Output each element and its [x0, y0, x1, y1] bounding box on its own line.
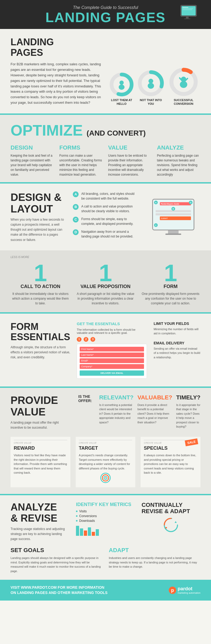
- landing-right: LOST THEM AT HELLO NOT THAT INTO YOU: [108, 37, 200, 106]
- value-section: PROVIDE VALUE A landing page must offer …: [0, 388, 211, 494]
- monitor-screen: A D Pardot Buyers Guide B C SUBMIT: [153, 200, 194, 230]
- value-card-reward-label: CREATE VALUE: [14, 440, 67, 444]
- value-card-reward-body: Visitors need to feel like they have mad…: [14, 453, 67, 475]
- pardot-brand: p pardot marketing automation: [169, 586, 200, 594]
- metric-dot-downloads: [76, 520, 78, 522]
- optimize-col-forms-heading: FORMS: [59, 144, 103, 151]
- donut-lost-label: LOST THEM AT HELLO: [108, 98, 135, 105]
- value-bottom: CREATE VALUE REWARD Visitors need to fee…: [11, 437, 200, 487]
- badge-c: C: [154, 223, 158, 227]
- analyze-right: CONTINUALLY REVISE & ADAPT: [142, 502, 200, 542]
- analyze-adapt-heading: ADAPT: [109, 547, 201, 554]
- form-field-company: Company*: [80, 364, 144, 369]
- footer-line1: VISIT WWW.PARDOT.COM FOR MORE INFORMATIO…: [11, 585, 108, 590]
- landing-body: For B2B marketers with long, complex sal…: [11, 62, 103, 105]
- lessmore-number-3: 1: [141, 262, 200, 284]
- metric-downloads: Downloads: [76, 519, 135, 523]
- optimize-title-row: OPTIMIZE (AND CONVERT): [11, 121, 200, 139]
- design-point-d: D Navigation away from or around a landi…: [73, 229, 138, 239]
- analyze-adapt-body: Industries and users are constantly chan…: [109, 556, 201, 569]
- form-tip-limit: LIMIT YOUR FIELDS Minimizing the number …: [154, 321, 200, 336]
- svg-point-10: [119, 85, 124, 90]
- form-tip-email: EMAIL DELIVERY Sending an offer via emai…: [154, 341, 200, 360]
- design-point-c-letter: C: [73, 217, 79, 222]
- footer-line2: ON LANDING PAGES AND OTHER MARKETING TOO…: [11, 590, 108, 596]
- design-point-a-letter: A: [73, 191, 79, 197]
- header-title: LANDING PAGES: [11, 10, 200, 25]
- optimize-col-analyze-heading: ANALYZE: [157, 144, 200, 151]
- value-valuable-body: Does it provide a direct benefit to a po…: [137, 403, 172, 425]
- donut-success-label: SUCCESSFUL CONVERSION: [167, 98, 200, 105]
- donut-notinto-label: NOT THAT INTO YOU: [138, 98, 164, 105]
- footer: VISIT WWW.PARDOT.COM FOR MORE INFORMATIO…: [0, 580, 211, 601]
- analyze-metrics-heading: IDENTIFY KEY METRICS: [76, 502, 135, 507]
- form-mockup: First Name* Last Name* Email* Company* D…: [77, 344, 147, 379]
- design-point-b-letter: B: [73, 204, 79, 210]
- value-card-target: CREATE VALUE TARGET A prospect's needs c…: [76, 437, 136, 487]
- value-card-specials: CREATE VALUE SPECIALS It always comes do…: [141, 437, 200, 487]
- design-point-c-text: Forms should be simple, easy to complete…: [81, 217, 138, 226]
- badge-b: B: [171, 207, 175, 211]
- form-heading: FORM ESSENTIALS: [11, 321, 70, 342]
- lessmore-col-value: 1 VALUE PROPOSITION A short paragraph or…: [76, 262, 136, 306]
- metric-conversions: Conversions: [76, 514, 135, 518]
- form-left: FORM ESSENTIALS Although simple, the str…: [11, 321, 70, 379]
- analyze-body: Tracking usage statistics and adjusting …: [11, 527, 69, 542]
- optimize-subtitle: (AND CONVERT): [87, 129, 146, 137]
- analyze-set-goals: SET GOALS Landing pages should always be…: [11, 547, 102, 573]
- lessmore-body-cta: It should be immediately clear to visito…: [11, 291, 70, 306]
- optimize-col-forms-body: Forms can make a user uncomfortable. Cre…: [59, 153, 103, 177]
- analyze-bottom: SET GOALS Landing pages should always be…: [11, 547, 200, 573]
- value-card-reward-heading: REWARD: [14, 445, 67, 451]
- value-card-specials-body: It always comes down to the bottom line,…: [144, 453, 197, 475]
- pardot-sub: marketing automation: [178, 592, 200, 594]
- lessmore-cols: 1 CALL TO ACTION It should be immediatel…: [11, 262, 200, 306]
- chart-bar-2: [80, 528, 83, 536]
- badge-d: D: [189, 201, 193, 204]
- design-point-a-text: All branding, colors, and styles should …: [81, 191, 138, 201]
- screen-cta: SUBMIT: [160, 216, 191, 220]
- landing-heading: LANDING PAGES: [11, 37, 103, 58]
- svg-point-13: [148, 79, 153, 83]
- optimize-cols: DESIGN Keeping the look and feel of a la…: [11, 144, 200, 177]
- form-middle: GET THE ESSENTIALS The information colle…: [77, 321, 147, 379]
- design-section: DESIGN & LAYOUT When you only have a few…: [0, 184, 211, 250]
- value-question-valuable: VALUABLE? Does it provide a direct benef…: [137, 394, 172, 430]
- design-point-b: B A call to action and value proposition…: [73, 204, 138, 214]
- design-heading: DESIGN & LAYOUT: [11, 191, 65, 215]
- metrics-chart: [76, 525, 135, 536]
- form-essentials-body: The information collected by a form shou…: [77, 328, 147, 334]
- design-body: When you only have a few seconds to capt…: [11, 217, 65, 242]
- value-body: A landing page must offer the right ince…: [11, 420, 72, 430]
- value-offer-label: IS THE OFFER:: [78, 394, 95, 430]
- optimize-col-design-body: Keeping the look and feel of a landing p…: [11, 153, 54, 177]
- screen-bar2: [156, 213, 191, 215]
- chart-bar-1: [76, 526, 79, 536]
- landing-left: LANDING PAGES For B2B marketers with lon…: [11, 37, 103, 106]
- footer-text: VISIT WWW.PARDOT.COM FOR MORE INFORMATIO…: [11, 585, 108, 595]
- form-section: FORM ESSENTIALS Although simple, the str…: [0, 314, 211, 387]
- analyze-metrics-list: Visits Conversions Downloads: [76, 509, 135, 523]
- lessmore-body-value: A short paragraph or list stating the va…: [76, 291, 136, 306]
- target-icon: [79, 473, 132, 484]
- value-card-target-heading: TARGET: [79, 445, 132, 451]
- analyze-middle: IDENTIFY KEY METRICS Visits Conversions …: [76, 502, 135, 542]
- value-top: PROVIDE VALUE A landing page must offer …: [11, 394, 200, 430]
- lessmore-heading-value: VALUE PROPOSITION: [76, 284, 136, 289]
- form-submit-button[interactable]: DELIVER VIA EMAIL: [80, 370, 144, 376]
- analyze-heading: ANALYZE & REVISE: [11, 502, 69, 524]
- svg-rect-2: [186, 16, 189, 18]
- lessmore-col-cta: 1 CALL TO ACTION It should be immediatel…: [11, 262, 70, 306]
- chart-bar-3: [84, 531, 87, 536]
- form-tip-email-body: Sending an offer via email instead of a …: [154, 346, 200, 360]
- value-card-specials-heading: SPECIALS: [144, 445, 197, 451]
- form-field-lastname: Last Name*: [80, 353, 144, 357]
- analyze-section: ANALYZE & REVISE Tracking usage statisti…: [0, 495, 211, 580]
- form-right: LIMIT YOUR FIELDS Minimizing the number …: [154, 321, 200, 379]
- chart-bar-4: [88, 527, 91, 536]
- form-tip-limit-heading: LIMIT YOUR FIELDS: [154, 321, 200, 326]
- donut-success-chart: [169, 67, 198, 96]
- design-point-d-text: Navigation away from or around a landing…: [81, 229, 138, 239]
- optimize-col-analyze-body: Perfecting a landing page can take numer…: [157, 153, 200, 177]
- lessmore-heading-form: FORM: [141, 284, 200, 289]
